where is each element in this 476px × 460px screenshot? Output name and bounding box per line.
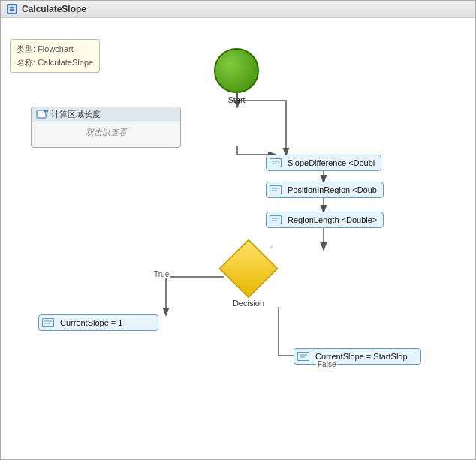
svg-rect-29: [298, 353, 309, 360]
svg-rect-0: [9, 6, 15, 12]
group-node[interactable]: + 计算区域长度 双击以查看: [31, 107, 181, 148]
start-label: Start: [227, 95, 245, 104]
group-body[interactable]: 双击以查看: [32, 122, 180, 143]
false-label: False: [316, 360, 337, 368]
window-title: CalculateSlope: [22, 4, 86, 14]
group-title: + 计算区域长度: [32, 107, 180, 122]
region-length-node[interactable]: RegionLength <Double>: [266, 212, 384, 228]
window-icon: [7, 4, 17, 14]
decision-node-container[interactable]: Decision: [223, 243, 274, 308]
svg-rect-9: [38, 111, 45, 117]
slope-diff-icon: [270, 158, 283, 168]
group-title-text: 计算区域长度: [51, 109, 101, 120]
position-label: PositionInRegion <Doub: [288, 185, 377, 194]
current-slope-1-icon: [42, 317, 56, 328]
title-bar: CalculateSlope: [1, 1, 475, 18]
svg-text:+: +: [46, 110, 48, 114]
current-slope-start-node[interactable]: CurrentSlope = StartSlop: [294, 348, 421, 365]
canvas-area[interactable]: 类型: Flowchart 名称: CalculateSlope Start +: [1, 18, 475, 459]
main-window: CalculateSlope: [0, 0, 476, 460]
name-label: 名称:: [17, 58, 35, 67]
current-slope-start-icon: [297, 351, 311, 362]
svg-rect-21: [270, 216, 281, 224]
current-slope-1-label: CurrentSlope = 1: [60, 318, 122, 327]
svg-rect-17: [270, 186, 281, 194]
position-icon: [270, 185, 283, 195]
group-body-text: 双击以查看: [86, 128, 127, 137]
decision-label: Decision: [233, 299, 264, 308]
start-node-container: Start: [214, 48, 259, 104]
svg-rect-25: [43, 319, 53, 326]
name-value: CalculateSlope: [38, 58, 93, 67]
true-label: True: [152, 270, 170, 278]
slope-diff-label: SlopeDifference <Doubl: [288, 158, 375, 167]
group-icon: +: [36, 110, 48, 120]
current-slope-1-node[interactable]: CurrentSlope = 1: [38, 314, 158, 331]
tooltip-box: 类型: Flowchart 名称: CalculateSlope: [10, 39, 100, 73]
slope-diff-node[interactable]: SlopeDifference <Doubl: [266, 155, 381, 171]
type-label: 类型:: [17, 44, 35, 53]
start-node[interactable]: [214, 48, 259, 93]
svg-rect-13: [270, 159, 281, 167]
region-length-label: RegionLength <Double>: [288, 215, 377, 224]
type-value: Flowchart: [38, 44, 74, 53]
position-node[interactable]: PositionInRegion <Doub: [266, 182, 384, 198]
region-length-icon: [270, 215, 283, 225]
